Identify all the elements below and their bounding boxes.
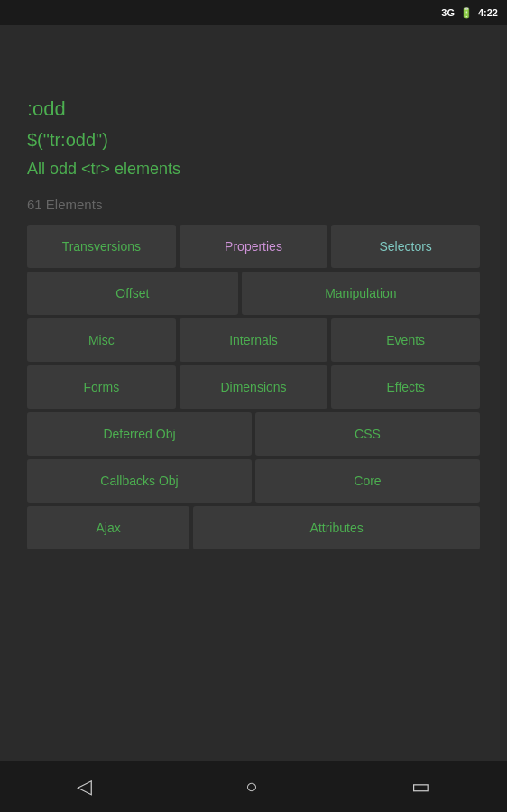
core-label: Core: [354, 474, 381, 488]
events-button[interactable]: Events: [331, 318, 480, 362]
nav-bar: ◁ ○ ▭: [0, 761, 507, 812]
manipulation-button[interactable]: Manipulation: [242, 272, 480, 315]
forms-label: Forms: [84, 380, 120, 394]
attributes-button[interactable]: Attributes: [193, 506, 480, 549]
button-row-6: Callbacks Obj Core: [27, 459, 480, 503]
back-button[interactable]: ◁: [77, 775, 92, 798]
offset-label: Offset: [115, 286, 149, 300]
events-label: Events: [386, 333, 425, 347]
callbacks-obj-button[interactable]: Callbacks Obj: [27, 459, 252, 503]
effects-button[interactable]: Effects: [331, 365, 480, 409]
selector-code: $("tr:odd"): [27, 130, 480, 151]
main-content: :odd $("tr:odd") All odd <tr> elements 6…: [0, 25, 507, 567]
button-row-4: Forms Dimensions Effects: [27, 365, 480, 409]
signal-icon: 3G: [441, 7, 455, 18]
status-bar: 3G 🔋 4:22: [0, 0, 507, 25]
button-row-1: Transversions Properties Selectors: [27, 225, 480, 268]
transversions-label: Transversions: [62, 239, 141, 254]
callbacks-obj-label: Callbacks Obj: [100, 474, 178, 488]
offset-button[interactable]: Offset: [27, 272, 238, 315]
internals-button[interactable]: Internals: [180, 318, 328, 362]
deferred-obj-button[interactable]: Deferred Obj: [27, 412, 252, 456]
dimensions-label: Dimensions: [220, 380, 286, 394]
selector-name: :odd: [27, 97, 480, 121]
ajax-label: Ajax: [97, 521, 121, 535]
misc-button[interactable]: Misc: [27, 318, 176, 362]
selectors-button[interactable]: Selectors: [331, 225, 480, 268]
effects-label: Effects: [386, 380, 425, 394]
button-row-2: Offset Manipulation: [27, 272, 480, 315]
properties-button[interactable]: Properties: [180, 225, 328, 268]
selectors-label: Selectors: [380, 239, 432, 254]
time-display: 4:22: [478, 7, 498, 18]
attributes-label: Attributes: [310, 521, 364, 535]
elements-count: 61 Elements: [27, 197, 480, 212]
battery-icon: 🔋: [460, 7, 473, 19]
recent-apps-button[interactable]: ▭: [411, 775, 430, 798]
home-button[interactable]: ○: [245, 775, 257, 798]
selector-description: All odd <tr> elements: [27, 160, 480, 179]
css-label: CSS: [355, 427, 381, 441]
deferred-obj-label: Deferred Obj: [103, 427, 175, 441]
misc-label: Misc: [88, 333, 115, 347]
buttons-grid: Transversions Properties Selectors Offse…: [27, 225, 480, 549]
forms-button[interactable]: Forms: [27, 365, 176, 409]
manipulation-label: Manipulation: [325, 286, 396, 300]
properties-label: Properties: [225, 239, 282, 254]
button-row-5: Deferred Obj CSS: [27, 412, 480, 456]
dimensions-button[interactable]: Dimensions: [180, 365, 328, 409]
core-button[interactable]: Core: [255, 459, 480, 503]
button-row-3: Misc Internals Events: [27, 318, 480, 362]
css-button[interactable]: CSS: [255, 412, 480, 456]
internals-label: Internals: [229, 333, 278, 347]
button-row-7: Ajax Attributes: [27, 506, 480, 549]
transversions-button[interactable]: Transversions: [27, 225, 176, 268]
ajax-button[interactable]: Ajax: [27, 506, 189, 549]
